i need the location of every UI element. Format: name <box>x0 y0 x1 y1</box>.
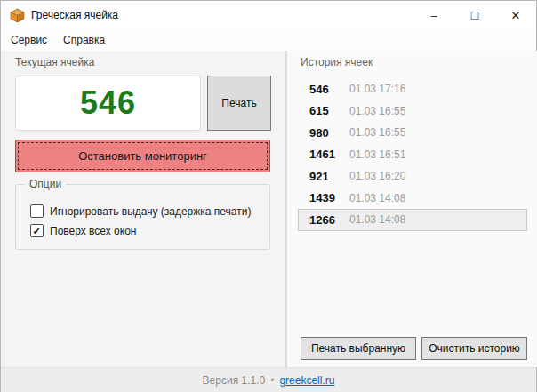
minimize-button[interactable]: – <box>413 1 454 29</box>
app-window: Греческая ячейка – □ ✕ Сервис Справка Те… <box>0 0 537 392</box>
history-cell-number: 980 <box>309 126 349 140</box>
package-icon <box>10 8 25 23</box>
always-on-top-label: Поверх всех окон <box>50 225 136 237</box>
history-list: 546 01.03 17:16 615 01.03 16:55 980 01.0… <box>287 78 537 231</box>
history-timestamp: 01.03 16:55 <box>349 105 405 117</box>
menu-help[interactable]: Справка <box>55 30 113 50</box>
status-bar: Версия 1.1.0 • greekcell.ru <box>1 367 536 392</box>
maximize-button[interactable]: □ <box>454 1 495 29</box>
clear-history-button[interactable]: Очистить историю <box>421 337 527 360</box>
history-cell-number: 1461 <box>309 148 349 161</box>
current-cell-value: 546 <box>80 84 136 122</box>
close-button[interactable]: ✕ <box>495 1 536 29</box>
history-item[interactable]: 1266 01.03 14:08 <box>298 209 527 231</box>
ignore-output-checkbox[interactable] <box>30 204 44 218</box>
history-timestamp: 01.03 16:20 <box>349 170 405 182</box>
print-selected-button[interactable]: Печать выбранную <box>301 337 416 360</box>
window-controls: – □ ✕ <box>413 1 536 29</box>
history-item[interactable]: 1461 01.03 16:51 <box>298 144 527 166</box>
always-on-top-checkbox[interactable]: ✓ <box>30 224 44 237</box>
current-cell-panel: Текущая ячейка 546 Печать Остановить мон… <box>1 51 285 367</box>
stop-monitoring-button[interactable]: Остановить мониторинг <box>15 140 270 172</box>
history-timestamp: 01.03 14:08 <box>349 213 405 226</box>
options-group-label: Опции <box>25 178 66 190</box>
history-cell-number: 546 <box>309 83 349 96</box>
separator-dot: • <box>270 374 274 387</box>
window-title: Греческая ячейка <box>31 9 118 21</box>
history-item[interactable]: 921 01.03 16:20 <box>298 165 527 188</box>
history-title: История ячеек <box>301 56 373 68</box>
version-label: Версия 1.1.0 <box>203 374 266 387</box>
history-cell-number: 615 <box>309 104 349 117</box>
checkbox-row-always-on-top[interactable]: ✓ Поверх всех окон <box>30 224 136 237</box>
current-cell-label: Текущая ячейка <box>15 56 94 68</box>
print-button[interactable]: Печать <box>207 76 271 131</box>
current-cell-display: 546 <box>15 76 201 131</box>
history-item[interactable]: 546 01.03 17:16 <box>298 78 527 100</box>
history-timestamp: 01.03 16:51 <box>349 148 405 161</box>
title-bar: Греческая ячейка – □ ✕ <box>1 1 536 29</box>
history-item[interactable]: 1439 01.03 14:08 <box>298 188 527 210</box>
history-panel: История ячеек 546 01.03 17:16 615 01.03 … <box>287 51 537 367</box>
menu-bar: Сервис Справка <box>1 29 536 51</box>
history-timestamp: 01.03 16:55 <box>349 126 405 139</box>
history-item[interactable]: 980 01.03 16:55 <box>298 122 527 144</box>
options-group: Опции Игнорировать выдачу (задержка печа… <box>15 184 270 250</box>
history-timestamp: 01.03 17:16 <box>349 83 405 95</box>
history-cell-number: 921 <box>309 170 349 183</box>
history-item[interactable]: 615 01.03 16:55 <box>298 100 527 123</box>
history-cell-number: 1439 <box>309 191 349 204</box>
website-link[interactable]: greekcell.ru <box>279 374 334 387</box>
ignore-output-label: Игнорировать выдачу (задержка печати) <box>50 205 251 218</box>
history-timestamp: 01.03 14:08 <box>349 192 405 204</box>
history-cell-number: 1266 <box>309 213 349 227</box>
checkbox-row-ignore-output[interactable]: Игнорировать выдачу (задержка печати) <box>30 204 251 218</box>
menu-service[interactable]: Сервис <box>3 30 55 50</box>
